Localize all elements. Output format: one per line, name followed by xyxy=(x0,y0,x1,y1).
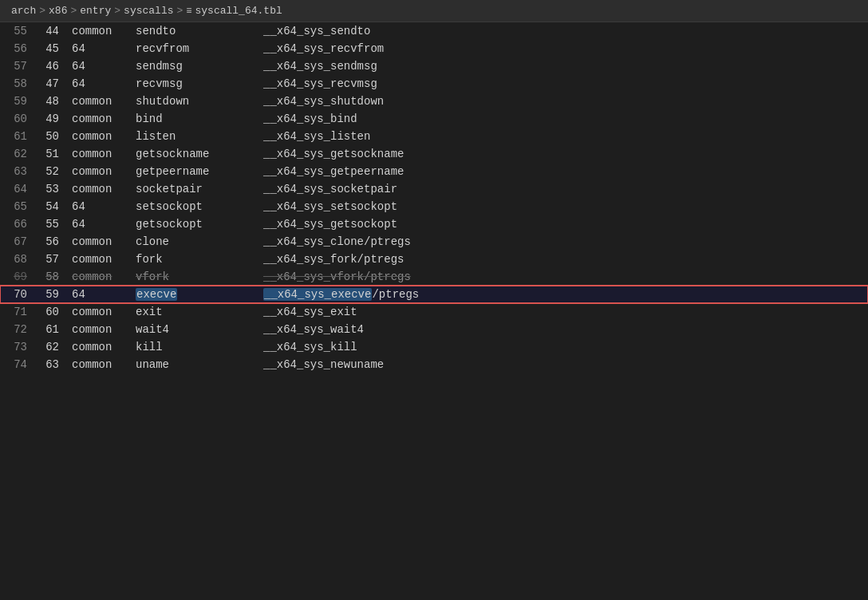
syscall-entry: __x64_sys_execve/ptregs xyxy=(263,288,868,301)
line-number: 72 xyxy=(0,323,40,336)
syscall-entry: __x64_sys_bind xyxy=(263,112,868,125)
line-number: 65 xyxy=(0,200,40,213)
syscall-abi: 64 xyxy=(72,60,136,73)
syscall-name: listen xyxy=(136,130,263,143)
syscall-entry: __x64_sys_setsockopt xyxy=(263,200,868,213)
syscall-entry: __x64_sys_sendto xyxy=(263,25,868,38)
syscall-entry: __x64_sys_kill xyxy=(263,341,868,353)
table-row: 6150commonlisten__x64_sys_listen xyxy=(0,128,868,145)
line-number: 74 xyxy=(0,358,40,371)
breadcrumb-syscalls[interactable]: syscalls xyxy=(124,5,173,17)
line-number: 67 xyxy=(0,235,40,248)
syscall-abi: common xyxy=(72,306,136,318)
file-icon: ≡ xyxy=(186,6,191,17)
line-number: 71 xyxy=(0,306,40,318)
line-number: 66 xyxy=(0,218,40,231)
syscall-number: 46 xyxy=(40,60,72,73)
table-row: 584764recvmsg__x64_sys_recvmsg xyxy=(0,75,868,93)
syscall-number: 62 xyxy=(40,341,72,353)
syscall-abi: 64 xyxy=(72,42,136,55)
table-row: 5544commonsendto__x64_sys_sendto xyxy=(0,22,868,40)
syscall-entry: __x64_sys_clone/ptregs xyxy=(263,235,868,248)
syscall-number: 47 xyxy=(40,77,72,90)
syscall-abi: common xyxy=(72,323,136,336)
line-number: 55 xyxy=(0,25,40,38)
line-number: 70 xyxy=(0,288,40,301)
syscall-abi: 64 xyxy=(72,77,136,90)
line-number: 73 xyxy=(0,341,40,353)
syscall-name: bind xyxy=(136,112,263,125)
breadcrumb-sep-3: > xyxy=(114,5,120,17)
breadcrumb-entry[interactable]: entry xyxy=(80,5,111,17)
table-row: 6756commonclone__x64_sys_clone/ptregs xyxy=(0,233,868,251)
syscall-number: 63 xyxy=(40,358,72,371)
syscall-abi: common xyxy=(72,165,136,178)
breadcrumb-arch[interactable]: arch xyxy=(11,5,36,17)
syscall-name: wait4 xyxy=(136,323,263,336)
table-row: 655464setsockopt__x64_sys_setsockopt xyxy=(0,198,868,215)
line-number: 57 xyxy=(0,60,40,73)
syscall-entry: __x64_sys_newuname xyxy=(263,358,868,371)
syscall-entry: __x64_sys_socketpair xyxy=(263,183,868,195)
syscall-entry: __x64_sys_wait4 xyxy=(263,323,868,336)
syscall-name: shutdown xyxy=(136,95,263,108)
table-row: 574664sendmsg__x64_sys_sendmsg xyxy=(0,57,868,75)
syscall-abi: common xyxy=(72,253,136,266)
syscall-entry: __x64_sys_getpeername xyxy=(263,165,868,178)
breadcrumb-sep-1: > xyxy=(39,5,45,17)
syscall-number: 56 xyxy=(40,235,72,248)
line-number: 68 xyxy=(0,253,40,266)
syscall-name: uname xyxy=(136,358,263,371)
syscall-abi: 64 xyxy=(72,200,136,213)
line-number: 63 xyxy=(0,165,40,178)
syscall-name: fork xyxy=(136,253,263,266)
line-number: 61 xyxy=(0,130,40,143)
syscall-number: 61 xyxy=(40,323,72,336)
syscall-entry: __x64_sys_vfork/ptregs xyxy=(263,270,868,283)
syscall-name: execve xyxy=(136,288,263,301)
table-row: 665564getsockopt__x64_sys_getsockopt xyxy=(0,215,868,233)
syscall-number: 53 xyxy=(40,183,72,195)
table-row: 6251commongetsockname__x64_sys_getsockna… xyxy=(0,145,868,163)
syscall-abi: common xyxy=(72,148,136,160)
breadcrumb-bar: arch > x86 > entry > syscalls > ≡ syscal… xyxy=(0,0,868,22)
line-number: 62 xyxy=(0,148,40,160)
breadcrumb-sep-2: > xyxy=(70,5,77,17)
syscall-abi: common xyxy=(72,235,136,248)
table-row: 6049commonbind__x64_sys_bind xyxy=(0,110,868,128)
table-row: 7261commonwait4__x64_sys_wait4 xyxy=(0,321,868,338)
syscall-entry: __x64_sys_fork/ptregs xyxy=(263,253,868,266)
syscall-abi: common xyxy=(72,25,136,38)
syscall-abi: 64 xyxy=(72,288,136,301)
table-row: 7362commonkill__x64_sys_kill xyxy=(0,338,868,356)
syscall-name: getsockopt xyxy=(136,218,263,231)
syscall-abi: common xyxy=(72,112,136,125)
table-row: 705964execve__x64_sys_execve/ptregs xyxy=(0,286,868,303)
syscall-entry: __x64_sys_recvfrom xyxy=(263,42,868,55)
breadcrumb-file[interactable]: ≡ syscall_64.tbl xyxy=(186,5,282,17)
line-number: 60 xyxy=(0,112,40,125)
syscall-abi: common xyxy=(72,95,136,108)
syscall-number: 55 xyxy=(40,218,72,231)
syscall-number: 58 xyxy=(40,270,72,283)
syscall-number: 50 xyxy=(40,130,72,143)
syscall-entry: __x64_sys_sendmsg xyxy=(263,60,868,73)
breadcrumb-x86[interactable]: x86 xyxy=(49,5,67,17)
syscall-name: socketpair xyxy=(136,183,263,195)
line-number: 69 xyxy=(0,270,40,283)
table-row: 7463commonuname__x64_sys_newuname xyxy=(0,356,868,373)
syscall-name: kill xyxy=(136,341,263,353)
code-container: 5544commonsendto__x64_sys_sendto564564re… xyxy=(0,22,868,597)
line-number: 64 xyxy=(0,183,40,195)
syscall-number: 57 xyxy=(40,253,72,266)
syscall-entry: __x64_sys_shutdown xyxy=(263,95,868,108)
syscall-name: getpeername xyxy=(136,165,263,178)
table-row: 6352commongetpeername__x64_sys_getpeerna… xyxy=(0,163,868,180)
syscall-number: 51 xyxy=(40,148,72,160)
line-number: 59 xyxy=(0,95,40,108)
syscall-abi: 64 xyxy=(72,218,136,231)
table-row: 5948commonshutdown__x64_sys_shutdown xyxy=(0,93,868,110)
syscall-name: exit xyxy=(136,306,263,318)
table-row: 7160commonexit__x64_sys_exit xyxy=(0,303,868,321)
syscall-name: recvfrom xyxy=(136,42,263,55)
